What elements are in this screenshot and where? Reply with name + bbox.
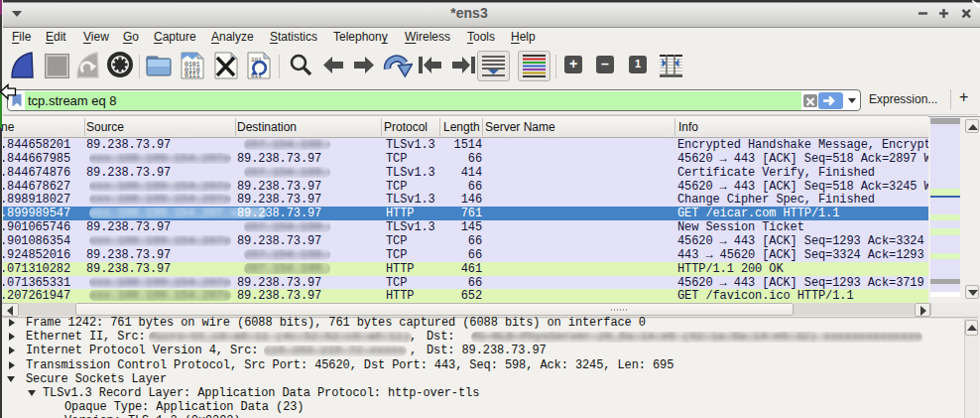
svg-text:0111: 0111 bbox=[184, 72, 200, 79]
